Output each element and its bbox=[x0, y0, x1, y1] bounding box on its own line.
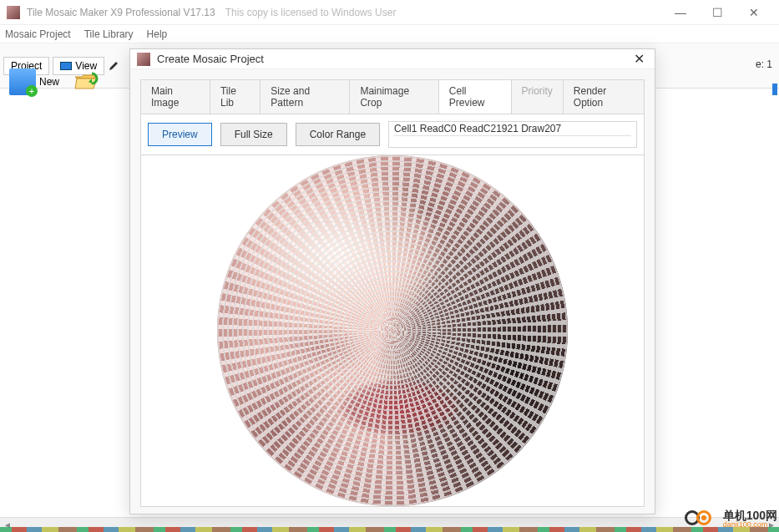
create-mosaic-dialog: Create Mosaic Project ✕ Main Image Tile … bbox=[129, 48, 655, 514]
preview-controls: Preview Full Size Color Range Cell1 Read… bbox=[140, 114, 645, 155]
minimize-button[interactable]: — bbox=[662, 1, 699, 24]
tab-size-pattern[interactable]: Size and Pattern bbox=[261, 80, 350, 114]
color-range-button[interactable]: Color Range bbox=[296, 123, 380, 146]
dialog-titlebar[interactable]: Create Mosaic Project ✕ bbox=[130, 49, 655, 69]
watermark-cn: 单机100网 bbox=[723, 509, 777, 521]
mosaic-image bbox=[217, 155, 568, 506]
preview-status: Cell1 ReadC0 ReadC21921 Draw207 bbox=[388, 121, 637, 148]
tab-priority: Priority bbox=[512, 80, 564, 114]
dialog-tabs: Main Image Tile Lib Size and Pattern Mai… bbox=[140, 79, 645, 114]
tab-cell-preview[interactable]: Cell Preview bbox=[439, 80, 512, 114]
main-titlebar: Tile Mosaic Maker X9 Professional V17.13… bbox=[0, 0, 779, 25]
mosaic-preview bbox=[217, 155, 568, 506]
maximize-button[interactable]: ☐ bbox=[699, 1, 736, 24]
preview-canvas bbox=[140, 155, 645, 507]
tab-tile-lib[interactable]: Tile Lib bbox=[210, 80, 261, 114]
new-project-icon bbox=[9, 68, 36, 95]
pencil-icon[interactable] bbox=[108, 60, 119, 72]
tab-mainimage-crop[interactable]: Mainimage Crop bbox=[350, 80, 438, 114]
close-button[interactable]: ✕ bbox=[736, 1, 772, 24]
dialog-close-button[interactable]: ✕ bbox=[630, 51, 648, 67]
panel-marker bbox=[772, 84, 777, 95]
new-project-button[interactable]: New bbox=[3, 63, 65, 100]
open-project-button[interactable] bbox=[67, 63, 105, 100]
thumbnail-strip bbox=[0, 527, 779, 532]
dialog-title: Create Mosaic Project bbox=[157, 53, 264, 65]
preview-button[interactable]: Preview bbox=[148, 123, 212, 146]
toolbar-status: e: 1 bbox=[756, 58, 772, 70]
dialog-icon bbox=[137, 53, 150, 66]
tab-main-image[interactable]: Main Image bbox=[141, 80, 210, 114]
folder-open-icon bbox=[73, 68, 99, 95]
menu-help[interactable]: Help bbox=[147, 28, 168, 40]
license-text: This copy is licensed to Windows User bbox=[225, 7, 397, 18]
app-icon bbox=[7, 6, 20, 19]
menu-mosaic-project[interactable]: Mosaic Project bbox=[5, 28, 71, 40]
full-size-button[interactable]: Full Size bbox=[220, 123, 287, 146]
tab-render-option[interactable]: Render Option bbox=[564, 80, 644, 114]
menu-tile-library[interactable]: Tile Library bbox=[84, 28, 134, 40]
menubar: Mosaic Project Tile Library Help bbox=[0, 25, 779, 43]
new-project-label: New bbox=[39, 76, 59, 88]
window-title: Tile Mosaic Maker X9 Professional V17.13 bbox=[27, 7, 215, 18]
